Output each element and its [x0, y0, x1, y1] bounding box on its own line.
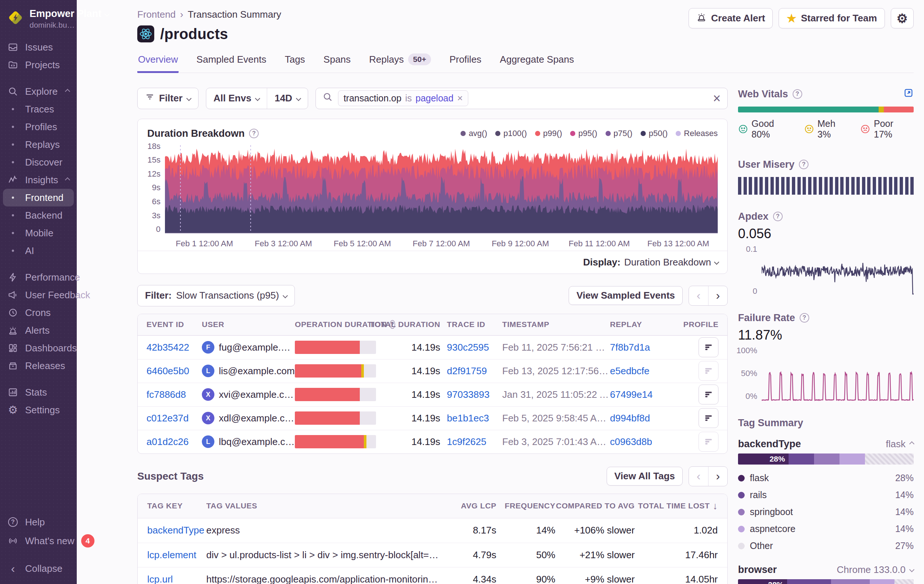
- tag-key-link[interactable]: backendType: [147, 525, 206, 536]
- sidebar-item-projects[interactable]: Projects: [3, 56, 74, 74]
- sidebar-item-replays[interactable]: Replays: [3, 136, 74, 153]
- tag-value-dropdown[interactable]: Chrome 133.0.0: [837, 564, 914, 576]
- trace-id-link[interactable]: 97033893: [440, 389, 496, 400]
- view-all-tags-button[interactable]: View All Tags: [607, 467, 683, 485]
- profile-button[interactable]: [698, 337, 718, 357]
- token-remove-icon[interactable]: ×: [457, 92, 463, 104]
- org-switcher[interactable]: Empower Plant dominik.buszowiec…: [3, 0, 74, 38]
- sidebar-item-explore[interactable]: Explore: [3, 82, 74, 100]
- prev-page-button[interactable]: ‹: [689, 286, 708, 305]
- sidebar-item-profiles[interactable]: Profiles: [3, 118, 74, 136]
- tab-spans[interactable]: Spans: [323, 53, 351, 73]
- event-id-link[interactable]: 42b35422: [147, 342, 202, 353]
- sidebar-item-crons[interactable]: Crons: [3, 304, 74, 321]
- sidebar-item-backend[interactable]: Backend: [3, 206, 74, 224]
- event-id-link[interactable]: c012e37d: [147, 413, 202, 424]
- search-bar[interactable]: transaction.op is pageload × ×: [315, 88, 728, 109]
- legend-label[interactable]: p75(): [614, 129, 632, 138]
- help-icon[interactable]: ?: [773, 212, 783, 221]
- profile-button[interactable]: [698, 432, 718, 452]
- trace-id-link[interactable]: d2f91759: [440, 365, 496, 377]
- sidebar-item-settings[interactable]: ⚙ Settings: [3, 401, 74, 419]
- legend-label[interactable]: p95(): [578, 129, 597, 138]
- transaction-settings-button[interactable]: ⚙: [891, 8, 914, 28]
- tag-value-dropdown[interactable]: flask: [886, 438, 914, 450]
- help-icon[interactable]: ?: [799, 160, 808, 169]
- tab-profiles[interactable]: Profiles: [449, 53, 482, 73]
- open-web-vitals-icon[interactable]: [903, 88, 914, 100]
- breadcrumb-project-link[interactable]: Frontend: [137, 9, 176, 20]
- legend-label[interactable]: Releases: [684, 129, 718, 138]
- tab-replays[interactable]: Replays50+: [368, 53, 432, 73]
- trace-id-link[interactable]: 1c9f2625: [440, 436, 496, 447]
- profile-button[interactable]: [698, 408, 718, 428]
- replay-link[interactable]: d994bf8d: [610, 413, 665, 424]
- trace-id-link[interactable]: 930c2595: [440, 342, 496, 353]
- sidebar-item-alerts[interactable]: Alerts: [3, 321, 74, 339]
- replay-link[interactable]: c0963d8b: [610, 436, 665, 447]
- duration-breakdown-chart[interactable]: [165, 145, 718, 234]
- tab-tags[interactable]: Tags: [284, 53, 306, 73]
- sidebar-item-issues[interactable]: Issues: [3, 38, 74, 56]
- profile-button[interactable]: [698, 361, 718, 381]
- list-item[interactable]: flask28%: [738, 470, 914, 487]
- replay-link[interactable]: e5edbcfe: [610, 365, 665, 377]
- legend-label[interactable]: p99(): [543, 129, 562, 138]
- help-icon[interactable]: ?: [249, 129, 259, 138]
- sort-desc-icon[interactable]: ↓: [713, 500, 718, 512]
- search-token[interactable]: transaction.op is pageload ×: [338, 90, 468, 106]
- chevron-down-icon: [186, 95, 191, 100]
- help-icon[interactable]: ?: [800, 313, 809, 322]
- next-page-button[interactable]: ›: [708, 286, 727, 305]
- tab-overview[interactable]: Overview: [137, 53, 178, 73]
- list-item[interactable]: springboot14%: [738, 503, 914, 521]
- sidebar-item-insights[interactable]: Insights: [3, 171, 74, 189]
- sidebar-item-help[interactable]: ? Help: [3, 513, 74, 531]
- sidebar-item-dashboards[interactable]: Dashboards: [3, 339, 74, 357]
- sidebar-item-ai[interactable]: AI: [3, 242, 74, 260]
- sidebar-item-whats-new[interactable]: What's new 4: [3, 531, 74, 551]
- date-range-selector[interactable]: 14D: [267, 88, 308, 109]
- replay-link[interactable]: 7f8b7d1a: [610, 342, 665, 353]
- legend-label[interactable]: avg(): [469, 129, 487, 138]
- tag-key-link[interactable]: lcp.element: [147, 549, 206, 561]
- sidebar-item-frontend[interactable]: Frontend: [3, 189, 74, 206]
- sidebar-item-user-feedback[interactable]: User Feedback: [3, 286, 74, 304]
- search-input[interactable]: [474, 92, 708, 104]
- replay-link[interactable]: 67499e14: [610, 389, 665, 400]
- sidebar-item-discover[interactable]: Discover: [3, 153, 74, 171]
- event-id-link[interactable]: fc7886d8: [147, 389, 202, 400]
- legend-label[interactable]: p50(): [649, 129, 668, 138]
- prev-page-button[interactable]: ‹: [689, 467, 708, 486]
- sidebar-item-label: Performance: [25, 272, 80, 283]
- display-dropdown[interactable]: Display: Duration Breakdown: [138, 251, 727, 273]
- filter-button[interactable]: Filter: [137, 88, 198, 109]
- list-item[interactable]: Other27%: [738, 538, 914, 554]
- sidebar-item-mobile[interactable]: Mobile: [3, 224, 74, 242]
- create-alert-button[interactable]: Create Alert: [688, 8, 773, 28]
- sidebar-item-traces[interactable]: Traces: [3, 100, 74, 118]
- search-clear-icon[interactable]: ×: [713, 92, 721, 105]
- filter-icon: [145, 92, 155, 104]
- transactions-filter-button[interactable]: Filter: Slow Transactions (p95): [137, 285, 295, 306]
- apdex-section: Apdex ? 0.056 0.1 0: [738, 211, 914, 296]
- event-id-link[interactable]: a01d2c26: [147, 436, 202, 447]
- tag-key-link[interactable]: lcp.url: [147, 574, 206, 584]
- view-sampled-events-button[interactable]: View Sampled Events: [569, 286, 683, 305]
- sidebar-item-releases[interactable]: Releases: [3, 357, 74, 375]
- tab-sampled-events[interactable]: Sampled Events: [196, 53, 267, 73]
- list-item[interactable]: rails14%: [738, 487, 914, 503]
- starred-for-team-button[interactable]: ★ Starred for Team: [779, 8, 884, 28]
- help-icon[interactable]: ?: [793, 89, 802, 99]
- list-item[interactable]: aspnetcore14%: [738, 521, 914, 538]
- tab-aggregate-spans[interactable]: Aggregate Spans: [499, 53, 575, 73]
- profile-button[interactable]: [698, 385, 718, 405]
- sidebar-collapse-button[interactable]: ‹ Collapse: [3, 560, 74, 577]
- environment-selector[interactable]: All Envs: [206, 88, 267, 109]
- event-id-link[interactable]: 6460e5b0: [147, 365, 202, 377]
- sidebar-item-performance[interactable]: Performance: [3, 268, 74, 286]
- trace-id-link[interactable]: be1b1ec3: [440, 413, 496, 424]
- sidebar-item-stats[interactable]: Stats: [3, 383, 74, 401]
- legend-label[interactable]: p100(): [503, 129, 527, 138]
- next-page-button[interactable]: ›: [708, 467, 727, 486]
